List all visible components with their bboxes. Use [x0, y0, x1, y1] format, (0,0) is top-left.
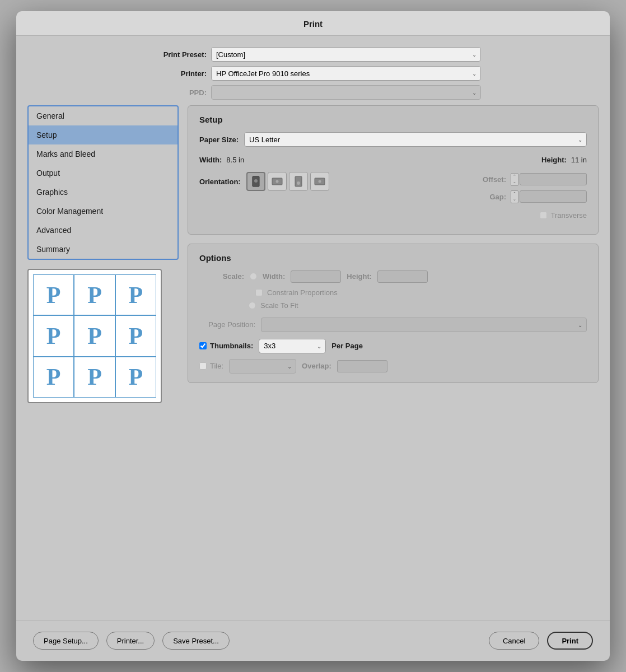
- preview-cell-4: P: [33, 315, 74, 356]
- landscape-icon: [272, 176, 283, 186]
- thumbnails-select[interactable]: 3x3 2x2 4x4: [259, 339, 326, 353]
- preview-p-9: P: [129, 363, 143, 390]
- orientation-label: Orientation:: [199, 178, 241, 186]
- scale-width-input[interactable]: [291, 270, 341, 283]
- width-value: 8.5 in: [226, 156, 244, 164]
- tile-select[interactable]: [229, 359, 296, 374]
- constrain-label: Constrain Proportions: [267, 288, 338, 297]
- print-button[interactable]: Print: [547, 632, 593, 650]
- gap-spinner: ⌃ ⌄: [511, 190, 587, 203]
- constrain-row: Constrain Proportions: [199, 288, 587, 297]
- page-position-select[interactable]: [261, 318, 587, 332]
- preview-cell-8: P: [74, 357, 115, 398]
- options-section: Options Scale: Width: Height: Constrain …: [188, 244, 599, 383]
- preview-p-5: P: [87, 323, 102, 349]
- print-preset-select[interactable]: [Custom]: [211, 47, 481, 62]
- thumbnails-label: Thumbnails:: [210, 342, 253, 350]
- gap-up-arrow[interactable]: ⌃: [511, 191, 518, 197]
- gap-input[interactable]: [520, 190, 587, 203]
- offset-down-arrow[interactable]: ⌄: [511, 179, 518, 185]
- sidebar-graphics-label: Graphics: [36, 188, 68, 197]
- offset-arrows[interactable]: ⌃ ⌄: [511, 173, 518, 186]
- setup-title: Setup: [199, 115, 587, 124]
- scale-to-fit-radio[interactable]: [249, 302, 256, 309]
- thumbnails-checkbox[interactable]: [199, 342, 207, 349]
- preview-cell-7: P: [33, 357, 74, 398]
- page-position-row: Page Position: ⌄: [199, 318, 587, 332]
- reverse-portrait-icon: [293, 176, 303, 187]
- sidebar-item-graphics[interactable]: Graphics: [29, 183, 177, 202]
- sidebar-color-label: Color Management: [36, 207, 103, 216]
- orient-landscape-btn[interactable]: [268, 172, 287, 191]
- sidebar-output-label: Output: [36, 169, 60, 178]
- print-dialog: Print Print Preset: [Custom] ⌄ Printer: …: [16, 11, 610, 661]
- offset-spinner: ⌃ ⌄: [511, 173, 587, 186]
- sidebar-item-advanced[interactable]: Advanced: [29, 221, 177, 240]
- preview-cell-9: P: [115, 357, 156, 398]
- tile-label: Tile:: [210, 362, 223, 370]
- main-area: General Setup Marks and Bleed Output Gra…: [16, 105, 610, 620]
- sidebar-item-setup[interactable]: Setup: [29, 125, 177, 144]
- orientation-buttons: [246, 172, 329, 191]
- gap-down-arrow[interactable]: ⌄: [511, 197, 518, 202]
- sidebar-general-label: General: [36, 111, 64, 120]
- page-setup-button[interactable]: Page Setup...: [33, 632, 99, 650]
- gap-arrows[interactable]: ⌃ ⌄: [511, 190, 518, 203]
- scale-to-fit-row: Scale To Fit: [199, 301, 587, 310]
- paper-size-wrapper: US Letter ⌄: [244, 132, 587, 147]
- sidebar: General Setup Marks and Bleed Output Gra…: [27, 105, 179, 620]
- sidebar-summary-label: Summary: [36, 245, 70, 254]
- sidebar-item-output[interactable]: Output: [29, 164, 177, 183]
- portrait-icon: [251, 176, 261, 187]
- preview-p-6: P: [129, 323, 143, 349]
- tile-checkbox[interactable]: [199, 362, 207, 370]
- transverse-checkbox[interactable]: [540, 212, 547, 219]
- orient-portrait-btn[interactable]: [246, 172, 265, 191]
- orient-reverse-portrait-btn[interactable]: [289, 172, 308, 191]
- tile-select-wrapper: ⌄: [229, 359, 296, 374]
- printer-row: Printer: HP OfficeJet Pro 9010 series ⌄: [145, 66, 481, 81]
- bottom-bar: Page Setup... Printer... Save Preset... …: [16, 620, 610, 661]
- gap-row: Gap: ⌃ ⌄: [478, 190, 587, 203]
- ppd-label: PPD:: [145, 88, 207, 97]
- save-preset-button[interactable]: Save Preset...: [162, 632, 230, 650]
- print-preset-row: Print Preset: [Custom] ⌄: [145, 47, 481, 62]
- svg-point-5: [297, 181, 300, 185]
- transverse-row: Transverse: [506, 211, 587, 220]
- preview-p-8: P: [87, 363, 102, 390]
- ppd-row: PPD: ⌄: [145, 85, 481, 100]
- per-page-label: Per Page: [331, 342, 363, 350]
- width-group: Width: 8.5 in: [199, 156, 329, 164]
- sidebar-item-marks-and-bleed[interactable]: Marks and Bleed: [29, 144, 177, 164]
- preview-p-4: P: [46, 323, 61, 349]
- sidebar-item-general[interactable]: General: [29, 106, 177, 125]
- paper-size-label: Paper Size:: [199, 136, 239, 144]
- overlap-input[interactable]: [337, 360, 387, 372]
- printer-select[interactable]: HP OfficeJet Pro 9010 series: [211, 66, 481, 81]
- scale-radio[interactable]: [250, 273, 257, 280]
- offset-row: Offset: ⌃ ⌄: [478, 173, 587, 186]
- height-dim-label: Height:: [541, 156, 567, 164]
- preview-p-7: P: [46, 363, 61, 390]
- offset-up-arrow[interactable]: ⌃: [511, 174, 518, 179]
- offset-input[interactable]: [520, 173, 587, 185]
- thumbnails-row: Thumbnails: 3x3 2x2 4x4 ⌄ Per Page: [199, 339, 587, 353]
- svg-point-7: [318, 180, 321, 183]
- sidebar-item-summary[interactable]: Summary: [29, 240, 177, 259]
- orient-reverse-landscape-btn[interactable]: [310, 172, 329, 191]
- offset-label: Offset:: [478, 175, 506, 184]
- constrain-checkbox[interactable]: [255, 289, 263, 296]
- printer-label: Printer:: [145, 69, 207, 78]
- thumbnails-select-wrapper: 3x3 2x2 4x4 ⌄: [259, 339, 326, 353]
- scale-height-input[interactable]: [377, 270, 428, 283]
- scale-to-fit-label: Scale To Fit: [260, 301, 298, 310]
- printer-button[interactable]: Printer...: [106, 632, 155, 650]
- sidebar-advanced-label: Advanced: [36, 226, 71, 235]
- paper-size-select[interactable]: US Letter: [244, 132, 587, 147]
- sidebar-item-color-management[interactable]: Color Management: [29, 202, 177, 221]
- ppd-select[interactable]: [211, 85, 481, 100]
- preview-p-1: P: [46, 282, 61, 309]
- title-text: Print: [303, 19, 323, 29]
- cancel-button[interactable]: Cancel: [489, 632, 539, 650]
- overlap-label: Overlap:: [302, 362, 331, 370]
